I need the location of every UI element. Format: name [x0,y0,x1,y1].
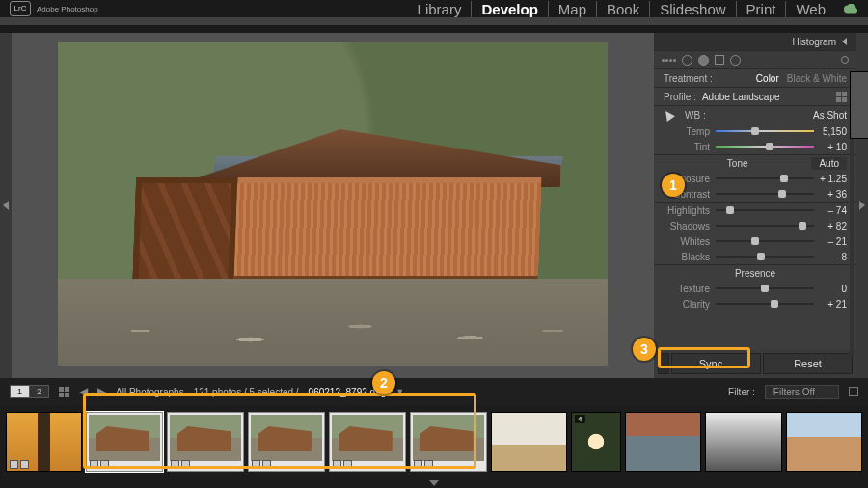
thumb-9[interactable] [705,412,781,472]
filmstrip-toggle-icon[interactable] [429,480,439,486]
blacks-value[interactable]: – 8 [814,252,847,262]
profile-browser-icon[interactable] [836,92,847,102]
texture-value[interactable]: 0 [814,284,847,294]
callout-3: 3 [633,338,656,361]
filmstrip-toolbar: 1 2 ◀ ▶ All Photographs 121 photos / 5 s… [0,378,868,405]
thumb-3[interactable] [248,412,325,472]
cloud-sync-icon[interactable] [843,4,858,14]
tint-label: Tint [664,142,716,152]
blacks-row: Blacks – 8 [654,249,856,264]
thumb-10[interactable] [786,412,862,472]
temp-label: Temp [664,126,716,137]
thumb-2[interactable] [167,412,244,472]
profile-label: Profile : [664,92,696,102]
clarity-row: Clarity + 21 [654,296,856,312]
filmstrip[interactable]: 4 [0,405,868,488]
tint-value[interactable]: + 10 [814,142,847,152]
brand-vendor: Adobe Photoshop [37,5,98,14]
tool-strip [654,50,856,69]
shadows-slider[interactable] [716,221,814,230]
filter-label: Filter : [728,387,755,397]
thumb-5[interactable] [410,412,487,472]
app-logo: LrC [10,1,31,16]
gradient-tool-icon[interactable] [715,55,724,65]
temp-slider[interactable] [716,126,814,136]
panel-scrollbar[interactable] [850,71,854,355]
spot-tool-icon[interactable] [682,55,692,66]
texture-row: Texture 0 [654,281,856,296]
module-library[interactable]: Library [408,1,473,17]
whites-value[interactable]: – 21 [814,236,847,247]
second-window-toggle[interactable]: 1 2 [10,385,49,398]
highlights-row: Highlights – 74 [654,203,856,218]
redeye-tool-icon[interactable] [698,55,709,66]
temp-value[interactable]: 5,150 [814,126,847,137]
highlights-value[interactable]: – 74 [814,205,847,216]
thumb-4[interactable] [329,412,406,472]
window-1[interactable]: 1 [11,386,30,397]
treatment-color[interactable]: Color [756,73,779,84]
wb-label: WB : [685,110,706,121]
auto-tone-button[interactable]: Auto [811,157,847,170]
nav-fwd-icon[interactable]: ▶ [97,385,106,398]
tone-header: Tone Auto [654,155,856,171]
tint-slider[interactable] [716,142,814,151]
clarity-slider[interactable] [716,299,814,309]
filter-dropdown[interactable]: Filters Off [765,385,839,399]
window-2[interactable]: 2 [30,386,48,397]
left-panel-toggle[interactable] [0,33,12,378]
sync-reset-row: Sync… Reset [654,349,856,378]
clarity-label: Clarity [664,299,716,310]
module-picker: Library Develop Map Book Slideshow Print… [408,1,858,17]
loupe-view[interactable] [12,33,654,378]
radial-tool-icon[interactable] [730,55,741,66]
nav-back-icon[interactable]: ◀ [79,385,88,398]
presence-label: Presence [664,268,847,279]
eyedropper-icon[interactable] [662,108,675,122]
exposure-value[interactable]: + 1.25 [814,174,847,184]
grid-view-icon[interactable] [59,387,69,397]
profile-row[interactable]: Profile : Adobe Landscape [654,88,856,105]
clarity-value[interactable]: + 21 [814,299,847,310]
reset-button[interactable]: Reset [763,353,853,374]
thumb-8[interactable] [625,412,701,472]
blacks-slider[interactable] [716,252,814,261]
module-develop[interactable]: Develop [472,1,548,17]
wb-row: WB : As Shot [654,106,856,123]
sync-button[interactable]: Sync… [671,353,761,374]
crop-tool-icon[interactable] [662,59,676,62]
histogram-header[interactable]: Histogram [654,33,856,50]
exposure-slider[interactable] [716,174,814,183]
module-web[interactable]: Web [786,1,835,17]
highlights-slider[interactable] [716,205,814,215]
thumb-1[interactable] [86,412,163,472]
texture-label: Texture [664,284,716,294]
filter-lock-icon[interactable] [849,387,858,396]
title-bar: LrC Adobe Photoshop Lightroom Classic Li… [0,0,868,25]
count-label: 121 photos / 5 selected / [194,387,299,397]
brush-tool-icon[interactable] [841,56,849,64]
module-slideshow[interactable]: Slideshow [650,1,736,17]
module-print[interactable]: Print [737,1,787,17]
module-map[interactable]: Map [549,1,597,17]
whites-row: Whites – 21 [654,233,856,249]
presence-header: Presence [654,265,856,281]
thumb-7[interactable]: 4 [571,412,621,472]
thumb-6[interactable] [491,412,567,472]
treatment-bw[interactable]: Black & White [787,73,847,84]
contrast-slider[interactable] [716,189,814,199]
source-label[interactable]: All Photographs [116,387,184,397]
wb-value[interactable]: As Shot [813,110,847,121]
callout-2: 2 [372,371,395,394]
treatment-row: Treatment : Color Black & White [654,69,856,87]
filename-menu-icon[interactable]: ▼ [395,387,404,396]
collapse-icon [842,38,847,45]
texture-slider[interactable] [716,284,814,293]
thumb-0[interactable] [6,412,82,472]
contrast-value[interactable]: + 36 [814,189,847,200]
module-book[interactable]: Book [597,1,650,17]
whites-slider[interactable] [716,236,814,246]
shadows-value[interactable]: + 82 [814,221,847,231]
shadows-row: Shadows + 82 [654,218,856,233]
autosync-toggle[interactable] [658,353,669,374]
